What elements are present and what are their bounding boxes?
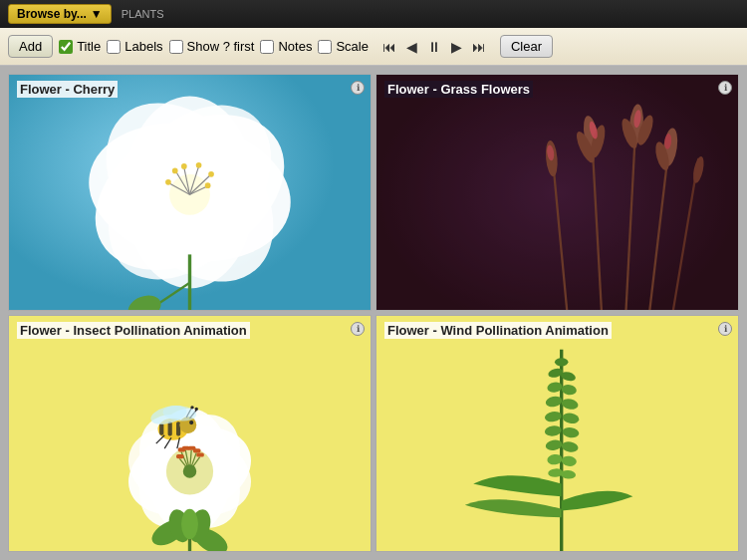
- toolbar: Add Title Labels Show ? first Notes Scal…: [0, 28, 747, 66]
- labels-checkbox-item[interactable]: Labels: [107, 39, 162, 54]
- insect-pollination-image: [9, 316, 371, 551]
- svg-point-76: [189, 420, 193, 424]
- svg-point-88: [555, 358, 568, 366]
- card-insect[interactable]: Flower - Insect Pollination Animation ℹ: [8, 315, 372, 552]
- scale-checkbox[interactable]: [318, 40, 332, 54]
- skip-forward-button[interactable]: ⏭: [468, 37, 490, 57]
- prev-button[interactable]: ◀: [402, 37, 421, 57]
- card-wind[interactable]: Flower - Wind Pollination Animation ℹ: [375, 315, 739, 552]
- svg-rect-60: [193, 448, 201, 452]
- labels-checkbox[interactable]: [107, 40, 121, 54]
- notes-checkbox[interactable]: [260, 40, 274, 54]
- svg-point-13: [208, 171, 214, 177]
- title-label[interactable]: Title: [77, 39, 101, 54]
- clear-button[interactable]: Clear: [500, 35, 553, 58]
- svg-point-19: [165, 179, 171, 185]
- next-button[interactable]: ▶: [447, 37, 466, 57]
- scale-label[interactable]: Scale: [336, 39, 369, 54]
- show-first-checkbox-item[interactable]: Show ? first: [169, 39, 255, 54]
- transport-controls: ⏮ ◀ ⏸ ▶ ⏭: [378, 37, 490, 57]
- labels-label[interactable]: Labels: [124, 39, 162, 54]
- svg-point-17: [172, 168, 178, 174]
- wind-pollination-image: [376, 316, 738, 551]
- info-icon-insect[interactable]: ℹ: [351, 322, 365, 336]
- top-bar: Browse by... ▼ PLANTS: [0, 0, 747, 28]
- add-button[interactable]: Add: [8, 35, 53, 58]
- svg-point-78: [195, 408, 198, 411]
- card-grass[interactable]: Flower - Grass Flowers ℹ: [375, 74, 739, 311]
- title-checkbox-item[interactable]: Title: [59, 39, 101, 54]
- info-icon-wind[interactable]: ℹ: [718, 322, 732, 336]
- title-checkbox[interactable]: [59, 40, 73, 54]
- grass-flower-image: [376, 75, 738, 310]
- notes-label[interactable]: Notes: [278, 39, 312, 54]
- main-content: Flower - Cherry ℹ: [0, 66, 747, 560]
- svg-rect-39: [376, 75, 738, 310]
- card-title-cherry: Flower - Cherry: [17, 81, 118, 98]
- card-title-insect: Flower - Insect Pollination Animation: [17, 322, 250, 339]
- info-icon-cherry[interactable]: ℹ: [351, 81, 365, 95]
- card-title-wind: Flower - Wind Pollination Animation: [384, 322, 612, 339]
- svg-point-69: [181, 509, 198, 539]
- svg-rect-72: [168, 421, 172, 435]
- cherry-flower-image: [9, 75, 371, 310]
- show-first-label[interactable]: Show ? first: [187, 39, 255, 54]
- svg-point-63: [183, 464, 196, 477]
- scale-checkbox-item[interactable]: Scale: [318, 39, 369, 54]
- info-icon-grass[interactable]: ℹ: [718, 81, 732, 95]
- skip-back-button[interactable]: ⏮: [378, 37, 400, 57]
- svg-point-9: [181, 163, 187, 169]
- browse-label: Browse by...: [17, 7, 87, 21]
- svg-rect-61: [196, 452, 204, 456]
- svg-rect-71: [159, 423, 163, 435]
- card-cherry[interactable]: Flower - Cherry ℹ: [8, 74, 372, 311]
- pause-button[interactable]: ⏸: [423, 37, 445, 57]
- category-label: PLANTS: [122, 8, 164, 20]
- show-first-checkbox[interactable]: [169, 40, 183, 54]
- card-title-grass: Flower - Grass Flowers: [384, 81, 533, 98]
- svg-rect-62: [176, 454, 184, 458]
- browse-button[interactable]: Browse by... ▼: [8, 4, 112, 24]
- chevron-down-icon: ▼: [91, 7, 103, 21]
- notes-checkbox-item[interactable]: Notes: [260, 39, 312, 54]
- svg-point-15: [205, 182, 211, 188]
- svg-point-11: [196, 162, 202, 168]
